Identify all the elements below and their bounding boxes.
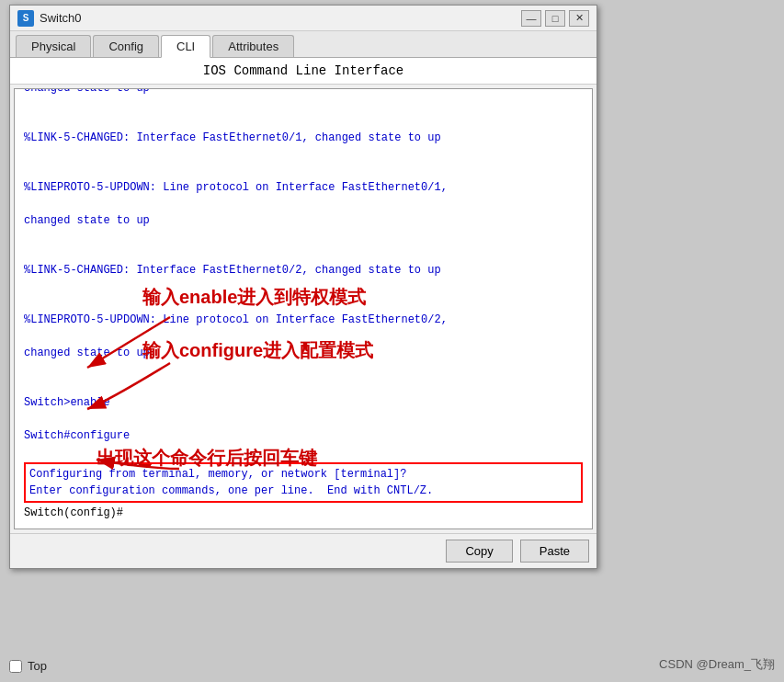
title-bar-controls: — □ ✕	[521, 10, 589, 27]
tab-config[interactable]: Config	[93, 35, 159, 57]
switch-window: S Switch0 — □ ✕ Physical Config CLI Attr…	[9, 5, 597, 569]
tab-attributes[interactable]: Attributes	[212, 35, 294, 57]
watermark: CSDN @Dream_飞翔	[659, 656, 775, 673]
cli-line: changed state to up	[24, 212, 583, 229]
tab-physical[interactable]: Physical	[16, 35, 91, 57]
close-button[interactable]: ✕	[569, 10, 589, 27]
title-bar: S Switch0 — □ ✕	[10, 6, 597, 31]
button-row: Copy Paste	[10, 533, 597, 568]
cli-line: Switch>enable	[24, 394, 583, 411]
top-label: Top	[28, 659, 47, 673]
tab-cli[interactable]: CLI	[161, 35, 210, 58]
cli-line: %LINEPROTO-5-UPDOWN: Line protocol on In…	[24, 312, 583, 328]
title-bar-left: S Switch0	[17, 10, 82, 27]
bottom-bar: Top	[9, 659, 47, 673]
tab-bar: Physical Config CLI Attributes	[10, 31, 597, 58]
cli-container[interactable]: %LINK-5-CHANGED: Interface FastEthernet0…	[14, 88, 593, 529]
cli-line: Switch#configure	[24, 427, 583, 444]
top-checkbox[interactable]	[9, 660, 22, 673]
desktop: S Switch0 — □ ✕ Physical Config CLI Attr…	[0, 0, 784, 682]
paste-button[interactable]: Paste	[520, 540, 589, 563]
minimize-button[interactable]: —	[521, 10, 541, 27]
copy-button[interactable]: Copy	[446, 540, 512, 563]
maximize-button[interactable]: □	[545, 10, 565, 27]
app-icon: S	[17, 10, 34, 27]
window-title: Switch0	[40, 11, 82, 25]
cli-line: %LINK-5-CHANGED: Interface FastEthernet0…	[24, 130, 583, 146]
cli-highlighted-box: Configuring from terminal, memory, or ne…	[24, 462, 583, 503]
cli-section-header: IOS Command Line Interface	[10, 58, 597, 85]
cli-line: %LINEPROTO-5-UPDOWN: Line protocol on In…	[24, 179, 583, 196]
cli-line: %LINK-5-CHANGED: Interface FastEthernet0…	[24, 262, 583, 278]
cli-line: changed state to up	[24, 89, 583, 97]
cli-line: changed state to up	[24, 345, 583, 361]
cli-output[interactable]: %LINK-5-CHANGED: Interface FastEthernet0…	[15, 89, 592, 529]
cli-prompt: Switch(config)#	[24, 505, 583, 521]
